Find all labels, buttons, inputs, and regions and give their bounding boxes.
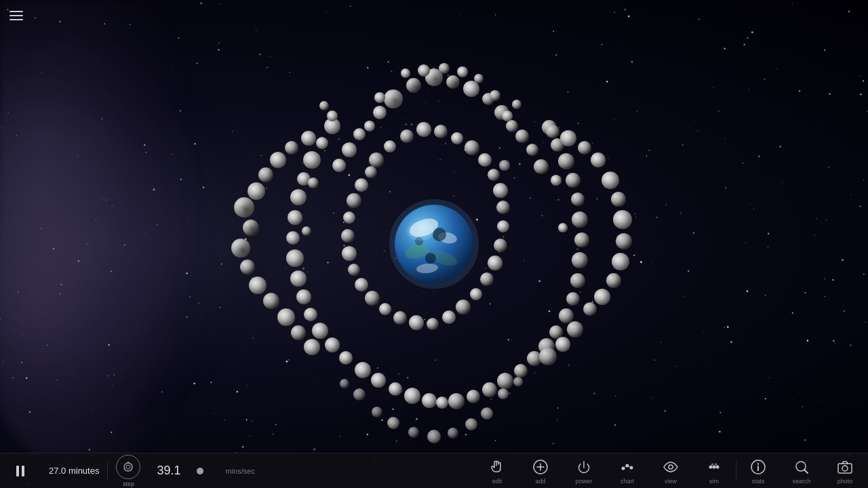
eye-icon	[661, 458, 680, 476]
menu-button[interactable]	[9, 8, 23, 23]
svg-point-153	[353, 388, 366, 401]
sim-button[interactable]: sim	[692, 453, 736, 488]
svg-point-36	[374, 92, 385, 103]
svg-point-80	[416, 122, 431, 137]
svg-point-72	[404, 388, 420, 404]
svg-point-114	[558, 223, 568, 232]
svg-point-103	[341, 229, 355, 243]
search-icon	[792, 458, 811, 476]
slider-section[interactable]	[189, 453, 212, 488]
stats-label: stats	[751, 478, 764, 485]
speed-slider[interactable]	[197, 468, 203, 474]
svg-point-42	[303, 151, 321, 169]
svg-point-149	[465, 418, 477, 430]
edit-button[interactable]: edit	[475, 453, 519, 488]
svg-point-169	[630, 466, 633, 469]
svg-point-146	[408, 427, 419, 438]
svg-point-61	[549, 325, 563, 339]
svg-point-54	[290, 270, 307, 287]
svg-point-151	[481, 407, 493, 420]
menu-line-3	[9, 19, 23, 20]
svg-point-123	[258, 167, 273, 182]
svg-point-121	[263, 293, 279, 309]
svg-point-35	[534, 159, 549, 174]
svg-point-145	[387, 417, 399, 429]
menu-line-2	[9, 15, 23, 16]
svg-point-45	[566, 173, 580, 188]
svg-point-176	[711, 463, 713, 465]
svg-point-93	[456, 300, 471, 314]
search-label: search	[792, 478, 810, 485]
svg-point-143	[555, 337, 570, 352]
chart-button[interactable]: chart	[606, 453, 649, 488]
svg-line-170	[625, 466, 626, 468]
svg-point-150	[372, 407, 382, 418]
svg-point-172	[669, 465, 673, 469]
camera-icon	[835, 458, 854, 476]
svg-point-167	[622, 466, 625, 470]
svg-point-141	[304, 339, 320, 355]
svg-point-161	[126, 465, 130, 469]
svg-point-73	[467, 390, 480, 403]
svg-point-134	[583, 302, 597, 316]
chart-label: chart	[620, 478, 634, 485]
pause-button[interactable]	[11, 462, 30, 481]
svg-point-23	[364, 121, 375, 131]
stats-button[interactable]: stats	[736, 453, 780, 488]
svg-point-94	[442, 310, 456, 324]
menu-line-1	[9, 11, 23, 12]
svg-point-175	[716, 465, 719, 468]
svg-line-182	[805, 470, 808, 473]
svg-point-70	[389, 382, 402, 396]
units-label: mins/sec	[225, 467, 254, 475]
speed-section: 39.1	[149, 453, 189, 488]
svg-point-85	[488, 169, 500, 181]
svg-point-168	[626, 464, 629, 467]
svg-point-55	[570, 273, 585, 288]
svg-point-56	[296, 289, 311, 304]
svg-point-21	[373, 106, 387, 119]
plus-circle-icon	[531, 458, 550, 476]
svg-point-107	[365, 166, 377, 178]
units-section: mins/sec	[212, 453, 262, 488]
svg-point-53	[572, 252, 588, 268]
svg-point-19	[463, 81, 479, 97]
add-button[interactable]: add	[519, 453, 562, 488]
sim-label: sim	[709, 478, 719, 485]
svg-point-89	[494, 239, 507, 252]
svg-point-81	[434, 125, 448, 138]
svg-point-50	[286, 231, 300, 245]
svg-point-29	[474, 74, 484, 83]
speed-value: 39.1	[157, 464, 180, 478]
svg-point-135	[591, 152, 606, 167]
svg-point-76	[436, 396, 448, 409]
svg-point-18	[446, 75, 460, 89]
svg-point-79	[400, 129, 414, 143]
search-button[interactable]: search	[780, 453, 823, 488]
svg-point-127	[601, 171, 619, 189]
satellite-swarm	[0, 0, 868, 488]
power-button[interactable]: power	[562, 453, 606, 488]
svg-point-91	[480, 272, 494, 286]
svg-point-100	[355, 278, 368, 291]
step-button[interactable]	[116, 455, 140, 479]
view-label: view	[665, 478, 677, 485]
view-button[interactable]: view	[649, 453, 692, 488]
svg-point-148	[448, 428, 458, 439]
svg-point-132	[606, 273, 621, 288]
photo-button[interactable]: photo	[823, 453, 868, 488]
svg-point-78	[384, 140, 396, 152]
svg-point-131	[612, 253, 629, 270]
svg-point-129	[613, 210, 632, 229]
svg-point-52	[286, 249, 304, 267]
svg-point-133	[594, 289, 610, 305]
svg-point-99	[365, 291, 380, 306]
svg-point-174	[713, 465, 716, 468]
svg-point-48	[288, 210, 302, 225]
svg-point-105	[347, 193, 361, 208]
svg-rect-183	[838, 464, 852, 473]
svg-point-24	[506, 120, 518, 132]
svg-point-30	[353, 128, 366, 140]
svg-point-47	[571, 192, 585, 206]
svg-point-156	[513, 377, 523, 386]
